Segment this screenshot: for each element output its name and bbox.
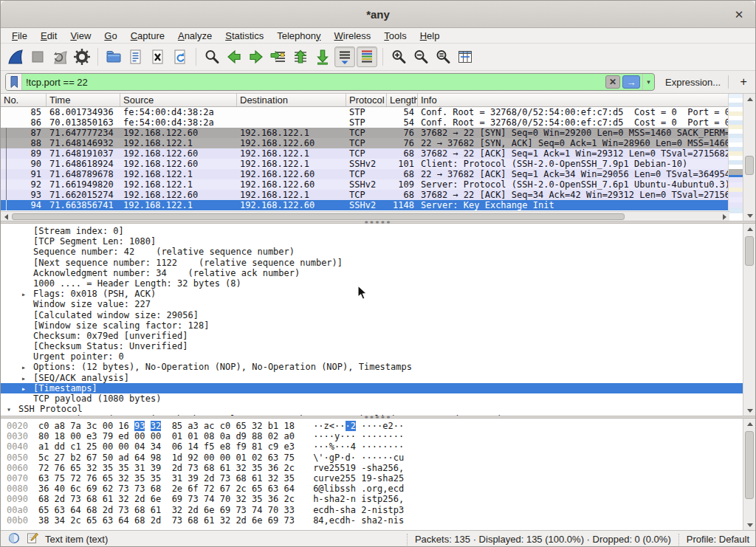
hex-row-0050[interactable]: 00505c 27 b2 67 50 ad 64 98 1d 92 00 00 …: [7, 453, 743, 463]
collapsed-icon[interactable]: ▸: [21, 289, 33, 299]
detail-line[interactable]: Checksum: 0x79ed [unverified]: [1, 331, 743, 341]
scrollbar-thumb[interactable]: [745, 156, 754, 175]
scrollbar-thumb[interactable]: [12, 213, 625, 220]
menu-edit[interactable]: Edit: [34, 29, 63, 43]
packet-row-94[interactable]: 9471.663856741192.168.122.1192.168.122.6…: [1, 200, 729, 210]
collapsed-icon[interactable]: ▸: [21, 362, 33, 372]
filter-apply-icon[interactable]: →: [622, 75, 640, 89]
detail-line[interactable]: [Checksum Status: Unverified]: [1, 341, 743, 351]
detail-line[interactable]: ▸Flags: 0x018 (PSH, ACK): [1, 289, 743, 299]
column-header-length[interactable]: Length: [387, 94, 418, 106]
go-back-icon[interactable]: [224, 47, 244, 67]
detail-line[interactable]: ▸[Timestamps]: [1, 383, 743, 393]
menu-analyze[interactable]: Analyze: [171, 29, 219, 43]
start-capture-icon[interactable]: [5, 47, 26, 67]
packet-row-89[interactable]: 8971.648191037192.168.122.60192.168.122.…: [1, 148, 729, 159]
go-first-packet-icon[interactable]: [290, 47, 311, 67]
status-profile[interactable]: Profile: Default: [687, 534, 749, 545]
hex-row-0020[interactable]: 0020c0 a8 7a 3c 00 16 93 32 85 a3 ac c0 …: [7, 421, 743, 431]
menu-file[interactable]: File: [5, 29, 34, 43]
hex-row-0060[interactable]: 006072 76 65 32 35 35 31 39 2d 73 68 61 …: [7, 463, 743, 473]
column-header-source[interactable]: Source: [120, 94, 237, 106]
packet-list-vscrollbar[interactable]: [743, 94, 755, 221]
save-file-icon[interactable]: [126, 47, 146, 67]
menu-help[interactable]: Help: [413, 29, 447, 43]
scroll-down-icon[interactable]: [743, 520, 755, 530]
close-file-icon[interactable]: [148, 47, 168, 67]
packet-row-87[interactable]: 8771.647777234192.168.122.60192.168.122.…: [1, 128, 729, 138]
colorize-packets-icon[interactable]: [357, 47, 377, 67]
scroll-down-icon[interactable]: [743, 405, 755, 416]
packet-row-88[interactable]: 8871.648146932192.168.122.1192.168.122.6…: [1, 138, 729, 148]
scroll-up-icon[interactable]: [743, 224, 755, 234]
stop-capture-icon[interactable]: [27, 47, 48, 67]
find-packet-icon[interactable]: [202, 47, 222, 67]
detail-line[interactable]: ▸[SEQ/ACK analysis]: [1, 373, 743, 383]
packet-row-86[interactable]: 8670.013850163fe:54:00:d4:38:2aSTP54Conf…: [1, 117, 729, 128]
scroll-down-icon[interactable]: [743, 210, 756, 221]
menu-go[interactable]: Go: [97, 29, 123, 43]
go-forward-icon[interactable]: [246, 47, 267, 67]
title-bar[interactable]: *any ✕: [1, 1, 755, 28]
expression-button[interactable]: Expression...: [665, 77, 721, 88]
column-header-info[interactable]: Info: [418, 94, 729, 106]
column-header-destination[interactable]: Destination: [237, 94, 346, 106]
restart-capture-icon[interactable]: [49, 47, 70, 67]
reload-file-icon[interactable]: [170, 47, 190, 67]
detail-line[interactable]: [Next sequence number: 1122 (relative se…: [1, 258, 743, 268]
detail-line[interactable]: TCP payload (1080 bytes): [1, 393, 743, 404]
expanded-icon[interactable]: ▾: [7, 405, 18, 414]
detail-line[interactable]: [Calculated window size: 29056]: [1, 310, 743, 320]
packet-row-93[interactable]: 9371.662015274192.168.122.60192.168.122.…: [1, 190, 729, 200]
go-last-packet-icon[interactable]: [312, 47, 333, 67]
hex-row-0090[interactable]: 009068 2d 73 68 61 32 2d 6e 69 73 74 70 …: [7, 494, 743, 504]
hex-row-00b0[interactable]: 00b038 34 2c 65 63 64 68 2d 73 68 61 32 …: [7, 515, 743, 526]
packet-row-91[interactable]: 9171.648789678192.168.122.1192.168.122.6…: [1, 169, 729, 179]
hex-row-0070[interactable]: 007063 75 72 76 65 32 35 35 31 39 2d 73 …: [7, 473, 743, 484]
hex-row-0040[interactable]: 0040a1 dd c1 25 00 00 04 34 06 14 f5 e8 …: [7, 441, 743, 452]
menu-tools[interactable]: Tools: [377, 29, 413, 43]
window-close-icon[interactable]: ✕: [732, 7, 746, 22]
filter-bookmark-icon[interactable]: [6, 74, 22, 90]
column-header-no[interactable]: No.: [1, 94, 47, 106]
detail-line[interactable]: Window size value: 227: [1, 299, 743, 309]
menu-capture[interactable]: Capture: [124, 29, 171, 43]
column-header-time[interactable]: Time: [47, 94, 120, 106]
menu-view[interactable]: View: [63, 29, 97, 43]
filter-dropdown-icon[interactable]: ▾: [642, 74, 654, 90]
scrollbar-thumb[interactable]: [745, 431, 754, 499]
column-header-protocol[interactable]: Protocol: [346, 94, 387, 106]
capture-file-properties-icon[interactable]: [8, 532, 20, 546]
detail-line[interactable]: [Stream index: 0]: [1, 226, 743, 236]
hex-vscrollbar[interactable]: [743, 419, 755, 530]
menu-statistics[interactable]: Statistics: [219, 29, 270, 43]
hex-row-0030[interactable]: 003080 18 00 e3 79 ed 00 00 01 01 08 0a …: [7, 431, 743, 441]
detail-line[interactable]: ▸Options: (12 bytes), No-Operation (NOP)…: [1, 362, 743, 372]
resize-columns-icon[interactable]: [455, 47, 475, 67]
zoom-in-icon[interactable]: [388, 47, 409, 67]
zoom-original-icon[interactable]: [433, 47, 453, 67]
detail-line[interactable]: [Window size scaling factor: 128]: [1, 320, 743, 331]
capture-comment-icon[interactable]: [27, 532, 38, 546]
menu-wireless[interactable]: Wireless: [328, 29, 378, 43]
go-to-packet-icon[interactable]: [268, 47, 289, 67]
detail-line[interactable]: Sequence number: 42 (relative sequence n…: [1, 247, 743, 257]
packet-row-90[interactable]: 9071.648618924192.168.122.60192.168.122.…: [1, 159, 729, 169]
scroll-up-icon[interactable]: [743, 419, 755, 429]
auto-scroll-icon[interactable]: [334, 47, 355, 67]
packet-row-85[interactable]: 8568.001734936fe:54:00:d4:38:2aSTP54Conf…: [1, 107, 729, 117]
menu-telephony[interactable]: Telephony: [270, 29, 327, 43]
hex-row-00a0[interactable]: 00a065 63 64 68 2d 73 68 61 32 2d 6e 69 …: [7, 505, 743, 515]
detail-line[interactable]: Urgent pointer: 0: [1, 351, 743, 362]
hex-row-0080[interactable]: 008036 40 6c 69 62 73 73 68 2e 6f 72 67 …: [7, 484, 743, 494]
filter-clear-icon[interactable]: ✕: [605, 75, 620, 89]
open-file-icon[interactable]: [103, 47, 124, 67]
minimap[interactable]: [728, 94, 743, 221]
collapsed-icon[interactable]: ▸: [21, 374, 33, 383]
scrollbar-thumb[interactable]: [745, 236, 754, 266]
display-filter-input[interactable]: !tcp.port == 22 ✕ → ▾: [5, 73, 655, 91]
zoom-out-icon[interactable]: [410, 47, 431, 67]
details-vscrollbar[interactable]: [743, 224, 755, 416]
add-filter-button[interactable]: +: [736, 75, 751, 89]
capture-options-icon[interactable]: [72, 47, 92, 67]
